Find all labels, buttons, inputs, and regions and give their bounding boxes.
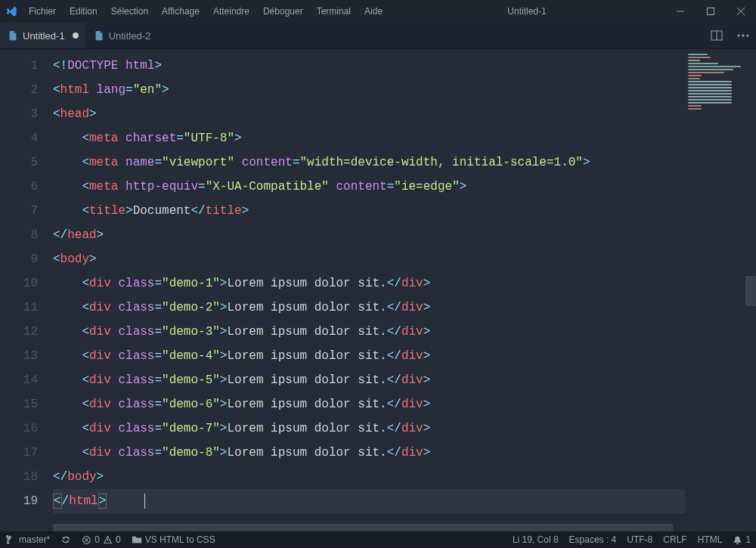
line-number: 8 xyxy=(0,223,38,247)
line-number: 12 xyxy=(0,320,38,344)
line-number: 6 xyxy=(0,175,38,199)
line-number: 15 xyxy=(0,392,38,416)
code-area[interactable]: <!DOCTYPE html><html lang="en"><head> <m… xyxy=(53,49,756,531)
tab-untitled-1[interactable]: Untitled-1 xyxy=(0,23,86,48)
horizontal-scrollbar[interactable] xyxy=(53,524,756,531)
menu-fichier[interactable]: Fichier xyxy=(23,6,62,17)
code-line: <meta name="viewport" content="width=dev… xyxy=(53,150,756,175)
line-number: 19 xyxy=(0,489,38,513)
line-number: 18 xyxy=(0,465,38,489)
svg-point-8 xyxy=(746,35,748,37)
line-number: 17 xyxy=(0,441,38,465)
folder-icon xyxy=(132,534,142,545)
menu-atteindre[interactable]: Atteindre xyxy=(207,6,256,17)
code-line: <div class="demo-4">Lorem ipsum dolor si… xyxy=(53,344,756,368)
window-title: Untitled-1 xyxy=(389,6,665,17)
maximize-button[interactable] xyxy=(696,0,726,23)
status-notifications[interactable]: 1 xyxy=(727,534,756,545)
code-line: <head> xyxy=(53,102,756,126)
code-line: <html lang="en"> xyxy=(53,78,756,102)
vertical-scrollbar[interactable] xyxy=(745,49,756,531)
file-icon xyxy=(94,30,104,41)
warning-icon xyxy=(103,535,113,545)
svg-point-7 xyxy=(742,35,744,37)
line-number: 5 xyxy=(0,150,38,175)
menu-edition[interactable]: Edition xyxy=(64,6,104,17)
line-number: 3 xyxy=(0,102,38,126)
code-line: <!DOCTYPE html> xyxy=(53,54,756,78)
code-line: <div class="demo-2">Lorem ipsum dolor si… xyxy=(53,296,756,320)
line-number: 4 xyxy=(0,126,38,150)
editor[interactable]: 12345678910111213141516171819 <!DOCTYPE … xyxy=(0,49,756,531)
line-number: 10 xyxy=(0,271,38,296)
code-line: <title>Document</title> xyxy=(53,199,756,223)
minimap[interactable] xyxy=(685,49,745,531)
status-folder[interactable]: VS HTML to CSS xyxy=(126,534,221,545)
line-number: 16 xyxy=(0,416,38,441)
bell-icon xyxy=(733,535,742,545)
code-line: <body> xyxy=(53,247,756,271)
code-line: <div class="demo-5">Lorem ipsum dolor si… xyxy=(53,368,756,392)
dirty-indicator-icon xyxy=(73,33,79,39)
status-branch[interactable]: master* xyxy=(0,534,55,545)
menu-terminal[interactable]: Terminal xyxy=(311,6,357,17)
status-indent[interactable]: Espaces : 4 xyxy=(564,534,622,545)
code-line: <meta charset="UTF-8"> xyxy=(53,126,756,150)
line-gutter: 12345678910111213141516171819 xyxy=(0,49,53,531)
line-number: 7 xyxy=(0,199,38,223)
menu-bar: FichierEditionSélectionAffichageAtteindr… xyxy=(23,6,389,17)
code-line: <div class="demo-3">Lorem ipsum dolor si… xyxy=(53,320,756,344)
code-line: <div class="demo-7">Lorem ipsum dolor si… xyxy=(53,416,756,441)
line-number: 13 xyxy=(0,344,38,368)
close-button[interactable] xyxy=(726,0,756,23)
line-number: 11 xyxy=(0,296,38,320)
status-eol[interactable]: CRLF xyxy=(658,534,692,545)
menu-sélection[interactable]: Sélection xyxy=(105,6,154,17)
split-editor-icon[interactable] xyxy=(703,23,730,48)
menu-affichage[interactable]: Affichage xyxy=(156,6,206,17)
titlebar: FichierEditionSélectionAffichageAtteindr… xyxy=(0,0,756,23)
status-language[interactable]: HTML xyxy=(692,534,728,545)
sync-icon xyxy=(60,534,71,545)
svg-rect-1 xyxy=(708,8,714,15)
code-line: <div class="demo-1">Lorem ipsum dolor si… xyxy=(53,271,756,296)
vscode-logo-icon xyxy=(0,5,23,17)
menu-aide[interactable]: Aide xyxy=(358,6,389,17)
code-line: <div class="demo-8">Lorem ipsum dolor si… xyxy=(53,441,756,465)
svg-point-6 xyxy=(737,35,739,37)
status-cursor-pos[interactable]: Li 19, Col 8 xyxy=(507,534,564,545)
line-number: 2 xyxy=(0,78,38,102)
tab-untitled-2[interactable]: Untitled-2 xyxy=(86,23,159,48)
line-number: 9 xyxy=(0,247,38,271)
status-bar: master* 0 0 VS HTML to CSS Li 19, Col 8 … xyxy=(0,531,756,548)
line-number: 1 xyxy=(0,54,38,78)
git-branch-icon xyxy=(5,534,16,545)
menu-déboguer[interactable]: Déboguer xyxy=(257,6,309,17)
code-line: </html> xyxy=(53,489,756,513)
code-line: </head> xyxy=(53,223,756,247)
status-sync[interactable] xyxy=(55,534,76,545)
status-encoding[interactable]: UTF-8 xyxy=(621,534,658,545)
minimize-button[interactable] xyxy=(665,0,696,23)
code-line: </body> xyxy=(53,465,756,489)
line-number: 14 xyxy=(0,368,38,392)
file-icon xyxy=(8,30,18,41)
more-actions-icon[interactable] xyxy=(730,23,756,48)
code-line: <meta http-equiv="X-UA-Compatible" conte… xyxy=(53,175,756,199)
window-controls xyxy=(665,0,756,23)
status-problems[interactable]: 0 0 xyxy=(76,534,125,545)
code-line: <div class="demo-6">Lorem ipsum dolor si… xyxy=(53,392,756,416)
error-icon xyxy=(82,535,91,545)
tab-bar: Untitled-1Untitled-2 xyxy=(0,23,756,49)
